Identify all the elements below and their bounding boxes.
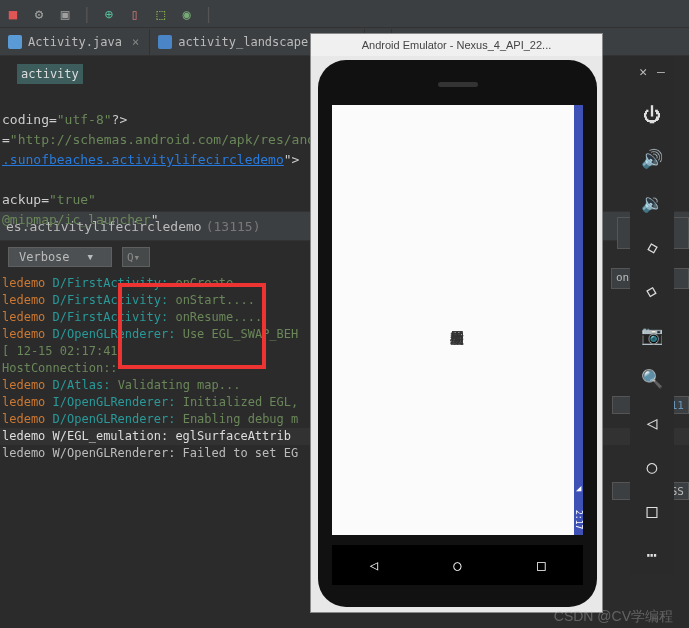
emulator-window[interactable]: Android Emulator - Nexus_4_API_22... 横竖屏… <box>310 33 603 613</box>
phone-frame: 横竖屏生命周期 2:17 ◢ ◁ ○ □ <box>318 60 597 607</box>
tool-icon-2[interactable]: ▣ <box>56 5 74 23</box>
emulator-toolbar: ✕ — ⏻ 🔊 🔉 ◇ ◇ 📷 🔍 ◁ ○ □ ⋯ <box>630 56 674 575</box>
device-icon-1[interactable]: ▯ <box>126 5 144 23</box>
recents-icon[interactable]: □ <box>537 557 545 573</box>
android-robot-icon[interactable]: ◉ <box>178 5 196 23</box>
home-icon[interactable]: ○ <box>453 557 461 573</box>
chevron-down-icon: ▼ <box>88 252 93 262</box>
zoom-icon[interactable]: 🔍 <box>639 365 665 391</box>
breadcrumb-tag: activity <box>17 64 83 84</box>
rotate-left-icon[interactable]: ◇ <box>636 230 668 262</box>
close-icon[interactable]: × <box>132 35 139 49</box>
xml-icon <box>158 35 172 49</box>
tab-activity-java[interactable]: Activity.java × <box>0 29 150 55</box>
power-icon[interactable]: ⏻ <box>639 101 665 127</box>
android-icon[interactable]: ⬚ <box>152 5 170 23</box>
back-icon[interactable]: ◁ <box>370 557 378 573</box>
more-icon[interactable]: ⋯ <box>639 541 665 567</box>
phone-screen[interactable]: 横竖屏生命周期 2:17 ◢ <box>332 105 583 535</box>
overview-icon[interactable]: □ <box>639 497 665 523</box>
watermark: CSDN @CV学编程 <box>554 608 673 626</box>
search-input[interactable]: Q▾ <box>122 247 150 267</box>
minimize-icon[interactable]: — <box>657 64 665 79</box>
volume-up-icon[interactable]: 🔊 <box>639 145 665 171</box>
log-level-select[interactable]: Verbose ▼ <box>8 247 112 267</box>
close-icon[interactable]: ✕ <box>639 64 647 79</box>
home-icon[interactable]: ○ <box>639 453 665 479</box>
android-navbar: ◁ ○ □ <box>332 545 583 585</box>
volume-down-icon[interactable]: 🔉 <box>639 189 665 215</box>
java-icon <box>8 35 22 49</box>
rotate-right-icon[interactable]: ◇ <box>636 274 668 306</box>
clock: 2:17 <box>574 510 583 529</box>
tab-label: Activity.java <box>28 35 122 49</box>
speaker-icon <box>438 82 478 87</box>
camera-icon[interactable]: 📷 <box>639 321 665 347</box>
status-bar: 2:17 ◢ <box>574 105 583 535</box>
debug-icon[interactable]: ⊕ <box>100 5 118 23</box>
stop-icon[interactable]: ■ <box>4 5 22 23</box>
back-icon[interactable]: ◁ <box>639 409 665 435</box>
tool-icon-1[interactable]: ⚙ <box>30 5 48 23</box>
emulator-title: Android Emulator - Nexus_4_API_22... <box>311 34 602 56</box>
signal-icon: ◢ <box>576 483 581 493</box>
